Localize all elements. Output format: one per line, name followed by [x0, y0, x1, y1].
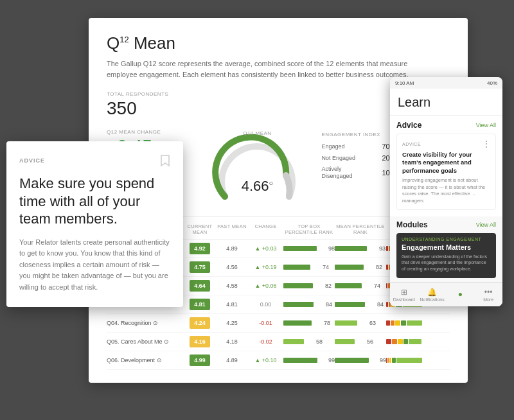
row-meanpct-4: 84: [335, 301, 386, 308]
mobile-modules-section-header: Modules View All: [396, 220, 496, 229]
row-question-5: Q04. Recognition ⊙: [107, 320, 184, 326]
notifications-tab-label: Notifications: [420, 297, 445, 302]
row-topbox-3: 82: [283, 283, 335, 289]
dashboard-title: Q12 Mean: [107, 33, 450, 53]
row-change-5: -0.01: [248, 320, 283, 326]
row-current-2: 4.75: [184, 261, 216, 273]
row-meanpct-5: 63: [335, 320, 386, 326]
bookmark-icon[interactable]: [160, 154, 170, 167]
mobile-modules-section: Modules View All UNDERSTANDING ENGAGEMEN…: [390, 216, 502, 282]
row-past-4: 4.81: [216, 301, 248, 308]
mobile-advice-tag: ADVICE: [402, 142, 421, 146]
row-meanpct-6: 56: [335, 338, 386, 345]
row-topbox-1: 98: [283, 245, 335, 252]
mobile-overlay: 9:10 AM 40% Learn Advice View All ADVICE…: [390, 77, 502, 306]
table-row: Q06. Development ⊙ 4.99 4.89 ▲ +0.10 99 …: [107, 351, 450, 370]
mobile-statusbar: 9:10 AM 40%: [390, 77, 502, 89]
gauge-svg: [212, 129, 302, 206]
mobile-advice-top: ADVICE ⋮: [402, 139, 490, 148]
mobile-advice-section-title: Advice: [396, 121, 421, 130]
row-freq-6: [386, 339, 431, 344]
row-past-3: 4.58: [216, 283, 248, 289]
total-respondents-block: TOTAL RESPONDENTS 350: [107, 91, 168, 119]
row-meanpct-7: 99: [335, 357, 386, 363]
table-row: Q05. Cares About Me ⊙ 4.16 4.18 -0.02 58…: [107, 333, 450, 351]
mobile-time: 9:10 AM: [395, 80, 414, 86]
mobile-advice-title: Create visibility for your team's engage…: [402, 151, 490, 175]
advice-body: Your Relator talents create personal aut…: [19, 237, 170, 293]
mobile-advice-body: Improving engagement is not about raisin…: [402, 177, 490, 204]
row-question-7: Q06. Development ⊙: [107, 357, 184, 363]
row-current-3: 4.64: [184, 280, 216, 292]
col-current-header: CURRENT MEAN: [184, 223, 216, 235]
mobile-tab-active[interactable]: ●: [447, 283, 475, 306]
advice-card: ADVICE Make sure you spend time with all…: [6, 141, 183, 307]
row-current-6: 4.16: [184, 336, 216, 347]
col-meanpct-header: MEAN PERCENTILE RANK: [335, 223, 386, 235]
row-topbox-4: 84: [283, 301, 335, 308]
mobile-module-tag: UNDERSTANDING ENGAGEMENT: [396, 233, 496, 243]
actively-disengaged-label: Actively Disengaged: [321, 166, 373, 180]
row-topbox-2: 74: [283, 264, 335, 270]
more-options-icon[interactable]: ⋮: [483, 139, 490, 148]
mobile-screen: Learn Advice View All ADVICE ⋮ Create vi…: [390, 89, 502, 306]
row-change-4: 0.00: [248, 301, 283, 308]
q12-mean-label: Q12 MEAN: [243, 130, 271, 136]
mobile-module-card: UNDERSTANDING ENGAGEMENT Engagement Matt…: [396, 233, 496, 278]
engaged-label: Engaged: [321, 143, 373, 150]
mobile-tab-dashboard[interactable]: ⊞ Dashboard: [390, 283, 418, 306]
notifications-tab-icon: 🔔: [427, 288, 437, 297]
gauge-container: 4.66○ Q12 MEAN: [212, 129, 302, 206]
col-topbox-header: TOP BOX PERCENTILE RANK: [283, 223, 335, 235]
row-meanpct-3: 74: [335, 283, 386, 289]
mobile-advice-section: Advice View All ADVICE ⋮ Create visibili…: [390, 116, 502, 216]
row-topbox-7: 99: [283, 357, 335, 363]
mobile-advice-card: ADVICE ⋮ Create visibility for your team…: [396, 134, 496, 210]
active-tab-icon: ●: [458, 290, 463, 299]
row-change-7: ▲ +0.10: [248, 357, 283, 363]
row-meanpct-1: 93: [335, 245, 386, 252]
row-past-2: 4.56: [216, 264, 248, 270]
row-current-1: 4.92: [184, 243, 216, 254]
row-past-6: 4.18: [216, 338, 248, 345]
row-change-6: -0.02: [248, 338, 283, 345]
mobile-tab-notifications[interactable]: 🔔 Notifications: [418, 283, 447, 306]
advice-title: Make sure you spend time with all of you…: [19, 175, 170, 228]
row-change-2: ▲ +0.19: [248, 264, 283, 270]
total-respondents-value: 350: [107, 98, 168, 119]
row-question-6: Q05. Cares About Me ⊙: [107, 338, 184, 345]
table-row: Q04. Recognition ⊙ 4.24 4.25 -0.01 78 63: [107, 314, 450, 333]
mobile-modules-title: Modules: [396, 220, 428, 229]
mobile-tab-more[interactable]: ••• More: [474, 283, 502, 306]
mobile-battery: 40%: [487, 80, 497, 86]
row-topbox-5: 78: [283, 320, 335, 326]
col-past-header: PAST MEAN: [216, 223, 248, 235]
dashboard-tab-label: Dashboard: [393, 297, 415, 302]
title-suffix: Mean: [134, 33, 175, 53]
mobile-tabbar: ⊞ Dashboard 🔔 Notifications ● ••• More: [390, 282, 502, 306]
more-tab-label: More: [483, 297, 493, 302]
advice-card-header: ADVICE: [19, 154, 170, 167]
row-current-7: 4.99: [184, 354, 216, 366]
not-engaged-label: Not Engaged: [321, 155, 373, 162]
mobile-learn-header: Learn: [390, 89, 502, 116]
more-tab-icon: •••: [484, 288, 493, 297]
total-respondents-label: TOTAL RESPONDENTS: [107, 91, 168, 97]
q12-mean-change-label: Q12 MEAN CHANGE: [107, 129, 161, 135]
mobile-learn-title: Learn: [398, 95, 495, 110]
row-past-7: 4.89: [216, 357, 248, 363]
mobile-module-desc: Gain a deeper understanding of the facto…: [396, 252, 496, 273]
col-change-header: CHANGE: [248, 223, 283, 235]
row-freq-7: [386, 358, 431, 363]
dashboard-tab-icon: ⊞: [401, 288, 407, 297]
row-change-3: ▲ +0.06: [248, 283, 283, 289]
dashboard-subtitle: The Gallup Q12 score represents the aver…: [107, 58, 415, 80]
mobile-advice-section-header: Advice View All: [396, 121, 496, 130]
mobile-view-all-modules[interactable]: View All: [476, 222, 496, 228]
row-meanpct-2: 82: [335, 264, 386, 270]
row-current-5: 4.24: [184, 317, 216, 329]
mobile-view-all-advice[interactable]: View All: [476, 122, 496, 128]
row-freq-5: [386, 320, 431, 326]
row-past-1: 4.89: [216, 245, 248, 252]
q12-sup: 12: [120, 35, 128, 44]
